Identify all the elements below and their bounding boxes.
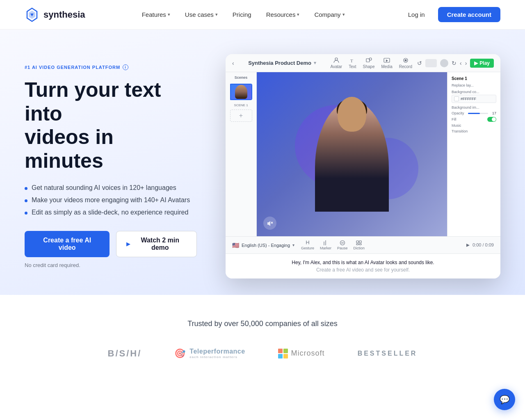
- toolbar-action-icons: ↺ ↻ ‹ › ▶ Play: [417, 59, 494, 68]
- add-scene-button[interactable]: +: [230, 110, 252, 122]
- trusted-logos: B/S/H/ 🎯 Teleperformance each interactio…: [25, 348, 500, 359]
- pause-button[interactable]: Pause: [337, 240, 348, 250]
- diction-button[interactable]: Diction: [354, 240, 365, 250]
- bullet-1: Get natural sounding AI voices in 120+ l…: [25, 184, 197, 192]
- svg-rect-13: [359, 241, 361, 243]
- info-icon: i: [123, 64, 128, 70]
- bg-color-input[interactable]: #FFFFFF: [452, 95, 496, 103]
- bsh-logo: B/S/H/: [108, 348, 142, 359]
- avatar-person: [311, 97, 393, 212]
- svg-rect-15: [359, 244, 361, 245]
- music-row: Music: [452, 123, 496, 128]
- toolbar-text[interactable]: T Text: [349, 57, 356, 69]
- transition-row: Transition: [452, 129, 496, 133]
- scenes-panel: Scenes SCENE 1 +: [226, 72, 257, 236]
- app-bottom-bar: 🇺🇸 English (US) - Engaging ▾ Gesture Mar…: [226, 236, 500, 253]
- nav-links: Features ▾ Use cases ▾ Pricing Resources…: [136, 8, 351, 21]
- scene-preview-1: [231, 84, 251, 99]
- synthesia-logo-icon: [25, 7, 39, 22]
- hero-bullets: Get natural sounding AI voices in 120+ l…: [25, 184, 197, 216]
- lang-chevron-icon: ▾: [292, 243, 294, 247]
- svg-point-6: [404, 59, 406, 62]
- toolbar-media[interactable]: Media: [381, 57, 392, 69]
- scene-thumbnail-1[interactable]: [230, 84, 252, 100]
- hero-badge: #1 AI VIDEO GENERATION PLATFORM i: [25, 64, 197, 70]
- marker-button[interactable]: Marker: [320, 240, 331, 250]
- teleperf-icon: 🎯: [174, 348, 186, 359]
- language-selector[interactable]: 🇺🇸 English (US) - Engaging ▾: [232, 242, 294, 249]
- bullet-dot-icon: [25, 212, 27, 215]
- teleperf-logo: 🎯 Teleperformance each interaction matte…: [174, 348, 245, 359]
- features-chevron-icon: ▾: [168, 12, 170, 17]
- play-icon: ▶: [474, 60, 478, 66]
- nav-use-cases[interactable]: Use cases ▾: [179, 8, 224, 21]
- watch-demo-button[interactable]: ▶ Watch 2 min demo: [116, 231, 197, 257]
- bullet-2: Make your videos more engaging with 140+…: [25, 196, 197, 204]
- login-button[interactable]: Log in: [402, 8, 431, 21]
- hero-title: Turn your text into videos in minutes: [25, 78, 197, 173]
- bottom-controls: 🇺🇸 English (US) - Engaging ▾ Gesture Mar…: [232, 240, 494, 250]
- back-icon[interactable]: ‹: [460, 60, 462, 66]
- scene-item-1[interactable]: [230, 84, 252, 100]
- microsoft-logo: Microsoft: [278, 349, 325, 358]
- nav-features[interactable]: Features ▾: [136, 8, 176, 21]
- toolbar-avatar[interactable]: Avatar: [330, 57, 342, 69]
- company-chevron-icon: ▾: [342, 12, 345, 17]
- hero-mockup: ‹ Synthesia Product Demo ▾ Avatar T Text: [213, 54, 500, 278]
- svg-text:T: T: [350, 58, 353, 63]
- svg-point-11: [340, 241, 345, 245]
- scene-person-preview: [235, 85, 247, 99]
- toolbar-back-icon[interactable]: ‹: [232, 60, 234, 66]
- subtitle-bar: Hey, I'm Alex, and this is what an AI Av…: [226, 253, 500, 278]
- transition-label: Transition: [452, 129, 468, 133]
- flag-icon: 🇺🇸: [232, 242, 239, 249]
- trusted-section: Trusted by over 50,000 companies of all …: [0, 295, 525, 392]
- toolbar-tools: Avatar T Text Shape Media: [330, 57, 412, 69]
- undo-icon[interactable]: ↺: [417, 60, 422, 66]
- redo-icon[interactable]: ↻: [452, 60, 457, 66]
- properties-panel: Scene 1 Replace lay... Background co... …: [447, 72, 500, 236]
- svg-rect-12: [356, 241, 358, 243]
- fill-row: Fill: [452, 117, 496, 122]
- opacity-row: Opacity 17: [452, 111, 496, 115]
- play-button[interactable]: ▶ Play: [470, 59, 494, 68]
- nav-resources[interactable]: Resources ▾: [260, 8, 306, 21]
- opacity-value: 17: [490, 111, 496, 115]
- gesture-button[interactable]: Gesture: [301, 240, 314, 250]
- fill-label: Fill: [452, 117, 457, 121]
- use-cases-chevron-icon: ▾: [215, 12, 218, 17]
- bullet-dot-icon: [25, 199, 27, 202]
- opacity-slider[interactable]: [468, 113, 488, 114]
- brand-logo[interactable]: synthesia: [25, 7, 85, 22]
- microsoft-grid-icon: [278, 349, 288, 358]
- hero-note: No credit card required.: [25, 262, 197, 268]
- toolbar-record[interactable]: Record: [399, 57, 412, 69]
- bottom-tools: Gesture Marker Pause Diction: [301, 240, 365, 250]
- fill-toggle[interactable]: [487, 117, 496, 122]
- svg-point-0: [335, 58, 338, 60]
- replace-layout-label: Replace lay...: [452, 83, 496, 87]
- person-body: [315, 101, 389, 212]
- create-account-button[interactable]: Create account: [438, 7, 500, 22]
- play-icon: ▶: [126, 241, 130, 247]
- trusted-title: Trusted by over 50,000 companies of all …: [25, 320, 500, 328]
- svg-marker-16: [466, 244, 470, 247]
- hero-content: #1 AI VIDEO GENERATION PLATFORM i Turn y…: [25, 64, 197, 268]
- title-chevron-icon: ▾: [314, 60, 316, 66]
- hero-section: #1 AI VIDEO GENERATION PLATFORM i Turn y…: [0, 30, 525, 295]
- hero-ctas: Create a free AI video ▶ Watch 2 min dem…: [25, 231, 197, 257]
- forward-icon[interactable]: ›: [465, 60, 467, 66]
- toolbar-shape[interactable]: Shape: [363, 57, 375, 69]
- opacity-label: Opacity: [452, 111, 466, 115]
- bullet-3: Edit as simply as a slide-deck, no exper…: [25, 209, 197, 216]
- color-swatch: [454, 96, 459, 101]
- bullet-dot-icon: [25, 187, 27, 190]
- scene-1-label: SCENE 1: [234, 103, 248, 107]
- avatar-icon: [425, 59, 437, 67]
- mute-button[interactable]: [263, 217, 276, 230]
- teleperf-text: Teleperformance each interaction matters: [189, 348, 245, 359]
- nav-pricing[interactable]: Pricing: [227, 8, 257, 21]
- music-label: Music: [452, 123, 461, 128]
- create-free-video-button[interactable]: Create a free AI video: [25, 231, 110, 257]
- nav-company[interactable]: Company ▾: [308, 8, 350, 21]
